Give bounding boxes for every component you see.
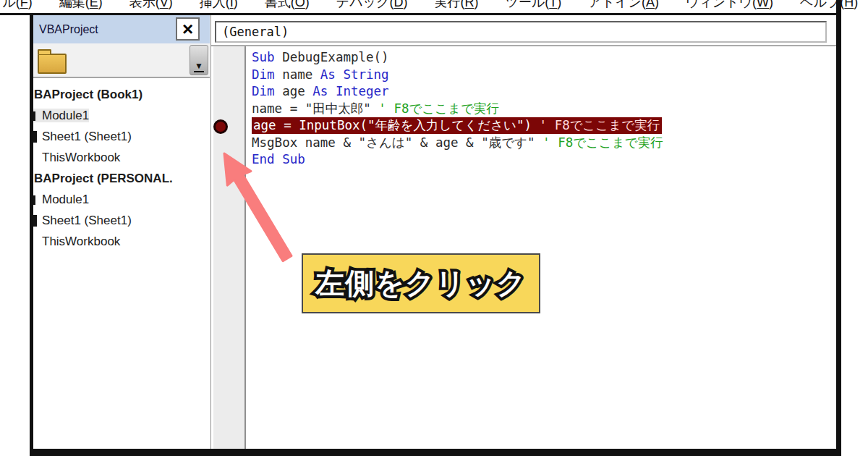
annotation-callout: 左側をクリック [302, 253, 540, 313]
cut-icon-fragment [33, 111, 35, 121]
tree-item-label: Sheet1 (Sheet1) [33, 214, 132, 227]
menu-item-W[interactable]: ウィンドウ(W) [686, 0, 773, 11]
tree-item[interactable]: BAProject (Book1) [33, 84, 210, 105]
tree-item-label: Module1 [33, 193, 89, 206]
code-segment: ' F8でここまで実行 [540, 118, 660, 132]
code-segment: End Sub [252, 152, 305, 166]
menu-item-D[interactable]: デバッグ(D) [336, 0, 408, 11]
frame-border-bottom [30, 449, 841, 456]
code-line[interactable]: End Sub [252, 151, 830, 169]
menu-item-E[interactable]: 編集(E) [59, 0, 103, 11]
code-line[interactable]: name = "田中太郎" ' F8でここまで実行 [252, 101, 830, 118]
tree-item-label: ThisWorkbook [33, 151, 120, 164]
object-dropdown[interactable]: (General) [215, 21, 827, 43]
folder-icon[interactable] [38, 54, 67, 74]
code-segment: As String [320, 67, 389, 82]
project-explorer-title: VBAProject [33, 23, 98, 36]
tree-item[interactable]: BAProject (PERSONAL. [33, 168, 210, 189]
code-segment: age [275, 84, 313, 98]
panel-code-divider[interactable] [210, 15, 211, 449]
code-segment: DebugExample() [275, 50, 389, 64]
tree-item[interactable]: Sheet1 (Sheet1) [33, 210, 210, 231]
code-lines[interactable]: Sub DebugExample()Dim name As StringDim … [252, 49, 830, 169]
project-explorer-toolbar: ▼ [33, 43, 210, 78]
tree-item[interactable]: ThisWorkbook [33, 231, 210, 252]
menu-item-I[interactable]: 挿入(I) [200, 0, 238, 11]
vbe-window: ファイル(F)編集(E)表示(V)挿入(I)書式(O)デバッグ(D)実行(R)ツ… [0, 0, 868, 456]
cut-icon-fragment [33, 195, 35, 205]
menu-item-V[interactable]: 表示(V) [129, 0, 173, 11]
code-line[interactable]: Dim age As Integer [252, 83, 830, 101]
object-dropdown-value: (General) [222, 25, 289, 39]
code-segment: Sub [252, 50, 275, 64]
cut-icon-fragment [33, 131, 37, 143]
menu-item-F[interactable]: ファイル(F) [0, 0, 33, 11]
menu-item-T[interactable]: ツール(T) [505, 0, 561, 11]
code-line[interactable]: Dim name As String [252, 67, 830, 84]
code-segment: As Integer [312, 84, 388, 98]
code-segment: ' F8でここまで実行 [542, 135, 663, 150]
tree-item[interactable]: ThisWorkbook [33, 147, 210, 168]
chevron-down-icon: ▼ [195, 62, 203, 69]
menu-bar: ファイル(F)編集(E)表示(V)挿入(I)書式(O)デバッグ(D)実行(R)ツ… [0, 0, 858, 11]
code-segment: name = "田中太郎" [252, 101, 378, 116]
tree-item[interactable]: Module1 [33, 189, 210, 210]
breakpoint-line-highlight: age = InputBox("年齢を入力してください") ' F8でここまで実… [252, 117, 662, 134]
code-segment: age = InputBox("年齢を入力してください") [253, 118, 540, 132]
close-icon: × [182, 20, 193, 38]
code-segment: Dim [252, 84, 275, 98]
tree-item[interactable]: Sheet1 (Sheet1) [33, 126, 210, 147]
code-segment: name [275, 67, 320, 82]
annotation-label: 左側をクリック [315, 263, 527, 303]
menu-item-A[interactable]: アドイン(A) [588, 0, 659, 11]
menu-item-R[interactable]: 実行(R) [434, 0, 478, 11]
breakpoint-dot[interactable] [213, 119, 228, 134]
code-line[interactable]: age = InputBox("年齢を入力してください") ' F8でここまで実… [252, 117, 830, 135]
tree-item-label: Sheet1 (Sheet1) [33, 130, 132, 143]
tree-item-label: BAProject (PERSONAL. [33, 172, 173, 185]
tree-item-label: BAProject (Book1) [33, 88, 142, 101]
code-line[interactable]: MsgBox name & "さんは" & age & "歳です" ' F8でこ… [252, 135, 830, 152]
code-header: (General) [211, 15, 836, 46]
menu-item-H[interactable]: ヘルプ(H) [800, 0, 858, 11]
breakpoint-margin[interactable] [213, 46, 246, 449]
code-line[interactable]: Sub DebugExample() [252, 49, 830, 67]
project-tree[interactable]: BAProject (Book1)Module1Sheet1 (Sheet1)T… [33, 80, 210, 449]
code-segment: ' F8でここまで実行 [378, 101, 499, 116]
code-segment: Dim [252, 67, 275, 82]
tree-item-label: ThisWorkbook [33, 235, 120, 248]
code-segment: MsgBox name & "さんは" & age & "歳です" [252, 135, 542, 150]
menu-item-O[interactable]: 書式(O) [265, 0, 310, 11]
frame-border-right [836, 0, 841, 450]
dropdown-scroll-button[interactable]: ▼ [190, 45, 208, 75]
cut-icon-fragment [33, 215, 37, 227]
tree-item-label: Module1 [33, 109, 89, 122]
dropdown-underline [194, 71, 204, 72]
close-button[interactable]: × [176, 17, 200, 41]
tree-item[interactable]: Module1 [33, 105, 210, 126]
